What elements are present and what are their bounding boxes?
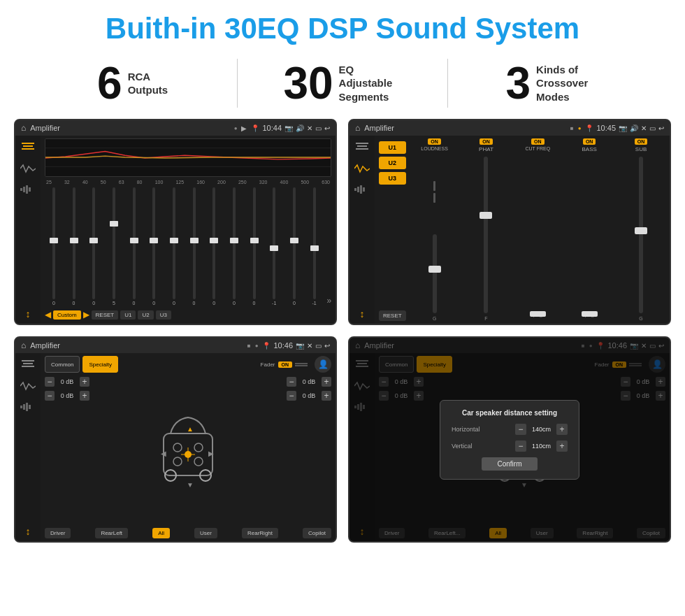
db-value-fr: 0 dB	[299, 378, 319, 385]
more-arrows-icon[interactable]: »	[325, 296, 331, 306]
eq-slider-4[interactable]: 5	[105, 187, 123, 306]
stat-eq: 30 EQ AdjustableSegments	[238, 61, 447, 106]
channel-sub: ON SUB G	[616, 138, 665, 321]
arrows-icon-2[interactable]: ↕	[360, 308, 365, 320]
eq-slider-1[interactable]: 0	[45, 187, 63, 306]
vertical-value-control: − 110cm +	[515, 440, 568, 452]
loudness-slider[interactable]	[433, 234, 437, 313]
eq-slider-14[interactable]: -1	[305, 187, 324, 306]
sub-slider[interactable]	[639, 157, 643, 313]
volume-icon-bars-2[interactable]	[354, 185, 370, 194]
crossover-reset-button[interactable]: RESET	[379, 310, 406, 321]
eq-custom-button[interactable]: Custom	[53, 310, 81, 320]
screen-eq: ⌂ Amplifier ● ▶ 📍 10:44 📷 🔊 ✕ ▭ ↩	[14, 119, 337, 325]
rearleft-button[interactable]: RearLeft	[95, 528, 128, 538]
db-plus-fl[interactable]: +	[80, 377, 89, 387]
eq-slider-6[interactable]: 0	[145, 187, 163, 306]
horizontal-minus-button[interactable]: −	[515, 424, 526, 435]
back-icon-1[interactable]: ↩	[324, 124, 330, 132]
vertical-minus-button[interactable]: −	[515, 440, 526, 452]
eq-icon-1[interactable]	[20, 140, 36, 152]
circle-icon-3: ●	[255, 343, 259, 349]
eq-u3-button[interactable]: U3	[156, 310, 171, 320]
db-minus-fl[interactable]: −	[45, 377, 55, 387]
window-icon-3[interactable]: ▭	[315, 342, 322, 350]
db-minus-rr[interactable]: −	[287, 391, 296, 401]
db-plus-rl[interactable]: +	[80, 391, 89, 401]
eq-slider-3[interactable]: 0	[85, 187, 103, 306]
loudness-label: LOUDNESS	[421, 146, 448, 151]
status-bar-1: ⌂ Amplifier ● ▶ 📍 10:44 📷 🔊 ✕ ▭ ↩	[15, 120, 336, 136]
play-icon-1[interactable]: ▶	[241, 124, 247, 132]
phat-slider[interactable]	[484, 157, 488, 313]
confirm-button[interactable]: Confirm	[482, 457, 538, 471]
stat-number-eq: 30	[283, 61, 333, 106]
arrows-icon-3[interactable]: ↕	[26, 526, 31, 537]
eq-main: 25 32 40 50 63 80 100 125 160 200 250 32…	[41, 136, 336, 324]
arrows-icon-1[interactable]: ↕	[26, 308, 31, 320]
status-time-2: 10:45	[596, 124, 616, 132]
all-button[interactable]: All	[152, 528, 170, 538]
eq-slider-5[interactable]: 0	[125, 187, 143, 306]
volume-icon-bars-1[interactable]	[20, 185, 36, 194]
eq-slider-8[interactable]: 0	[185, 187, 203, 306]
status-icons-1: 📍 10:44 📷 🔊 ✕ ▭ ↩	[251, 124, 330, 132]
horizontal-plus-button[interactable]: +	[556, 424, 568, 435]
status-title-3: Amplifier	[30, 341, 243, 350]
db-minus-fr[interactable]: −	[287, 377, 296, 387]
db-minus-rl[interactable]: −	[45, 391, 55, 401]
back-icon-2[interactable]: ↩	[658, 124, 664, 132]
rearright-button[interactable]: RearRight	[242, 528, 278, 538]
status-title-2: Amplifier	[364, 124, 566, 132]
eq-icon-2[interactable]	[354, 140, 370, 152]
home-icon-3[interactable]: ⌂	[21, 341, 26, 350]
page-title: Buith-in 30EQ DSP Sound System	[0, 0, 685, 53]
driver-button[interactable]: Driver	[45, 528, 71, 538]
eq-icon-3[interactable]	[20, 357, 36, 370]
preset-u2-button[interactable]: U2	[379, 157, 406, 169]
eq-slider-11[interactable]: 0	[245, 187, 264, 306]
vertical-plus-button[interactable]: +	[556, 440, 568, 452]
eq-prev-button[interactable]: ◀	[45, 310, 51, 320]
home-icon-2[interactable]: ⌂	[355, 123, 360, 133]
window-icon-2[interactable]: ▭	[649, 124, 656, 132]
x-icon-2[interactable]: ✕	[641, 124, 647, 132]
copilot-button[interactable]: Copilot	[303, 528, 331, 538]
camera-icon-2: 📷	[619, 124, 627, 132]
loudness-on-badge: ON	[428, 138, 441, 145]
tab-specialty[interactable]: Specialty	[82, 356, 117, 373]
eq-u2-button[interactable]: U2	[138, 310, 153, 320]
tab-common[interactable]: Common	[45, 356, 80, 373]
user-button[interactable]: User	[194, 528, 217, 538]
preset-u3-button[interactable]: U3	[379, 172, 406, 185]
home-icon-1[interactable]: ⌂	[21, 123, 26, 133]
horizontal-value-control: − 140cm +	[515, 424, 568, 435]
wave-icon-2[interactable]	[354, 162, 370, 175]
eq-slider-7[interactable]: 0	[165, 187, 183, 306]
db-plus-rr[interactable]: +	[322, 391, 331, 401]
wave-icon-3[interactable]	[20, 380, 36, 392]
volume-icon-bars-3[interactable]	[20, 402, 36, 412]
eq-reset-button[interactable]: RESET	[92, 310, 119, 320]
eq-slider-2[interactable]: 0	[65, 187, 83, 306]
stat-text-eq: EQ AdjustableSegments	[339, 63, 402, 104]
fader-on-badge: ON	[278, 361, 293, 368]
db-plus-fr[interactable]: +	[322, 377, 331, 387]
horizontal-value: 140cm	[529, 426, 554, 433]
eq-next-button[interactable]: ▶	[83, 310, 89, 320]
crossover-presets: U1 U2 U3 RESET	[379, 138, 406, 321]
eq-slider-13[interactable]: 0	[285, 187, 303, 306]
fader-slider-h-mini[interactable]	[295, 363, 308, 366]
eq-u1-button[interactable]: U1	[120, 310, 136, 320]
back-icon-3[interactable]: ↩	[324, 342, 330, 350]
x-icon-1[interactable]: ✕	[307, 124, 312, 132]
wave-icon-1[interactable]	[20, 162, 36, 175]
x-icon-3[interactable]: ✕	[307, 342, 312, 350]
window-icon-1[interactable]: ▭	[315, 124, 322, 132]
eq-slider-10[interactable]: 0	[225, 187, 243, 306]
eq-slider-12[interactable]: -1	[265, 187, 283, 306]
eq-slider-9[interactable]: 0	[205, 187, 223, 306]
svg-point-7	[173, 443, 182, 452]
preset-u1-button[interactable]: U1	[379, 141, 406, 154]
person-icon-3[interactable]: 👤	[315, 356, 331, 373]
